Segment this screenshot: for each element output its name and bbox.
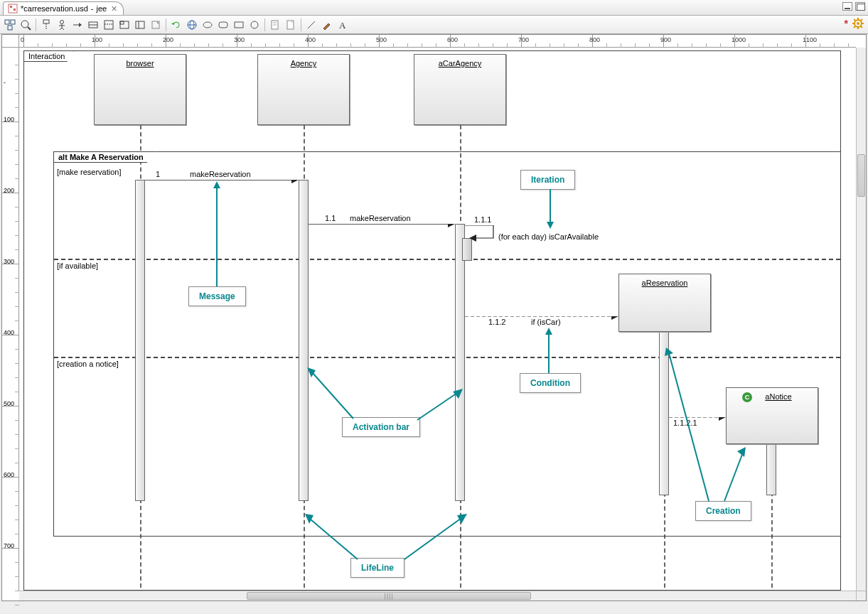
minimize-button[interactable] bbox=[842, 2, 852, 11]
svg-rect-1 bbox=[10, 6, 12, 8]
activation-acaragency[interactable] bbox=[455, 224, 465, 501]
actor-tool-icon[interactable] bbox=[55, 18, 69, 32]
svg-point-43 bbox=[857, 22, 859, 25]
svg-line-71 bbox=[669, 353, 709, 501]
page2-tool-icon[interactable] bbox=[284, 18, 298, 32]
svg-line-14 bbox=[62, 28, 64, 30]
lifeline-tool-icon[interactable] bbox=[39, 18, 53, 32]
circle-tool-icon[interactable] bbox=[247, 18, 262, 32]
alt-divider bbox=[54, 357, 840, 358]
callout-arrow-activation-2 bbox=[417, 389, 467, 424]
guard-make-reservation: [make reservation] bbox=[57, 168, 121, 176]
scrollbar-thumb[interactable] bbox=[857, 154, 865, 197]
svg-rect-23 bbox=[136, 21, 144, 28]
toolbar-separator bbox=[301, 18, 301, 31]
svg-rect-4 bbox=[11, 20, 15, 24]
scrollbar-thumb[interactable]: |||| bbox=[247, 592, 531, 600]
rect-tool-icon[interactable] bbox=[232, 18, 246, 32]
activation-anotice[interactable] bbox=[766, 443, 776, 495]
message-1-1[interactable] bbox=[309, 224, 455, 235]
svg-rect-0 bbox=[9, 4, 17, 13]
zoom-tool-icon[interactable] bbox=[18, 18, 33, 32]
page-tool-icon[interactable] bbox=[268, 18, 282, 32]
text-tool-icon[interactable]: A bbox=[336, 18, 350, 32]
participant-anotice[interactable]: C aNotice bbox=[726, 387, 818, 444]
diagram-toolbar: A * bbox=[0, 16, 868, 34]
activation-agency[interactable] bbox=[299, 180, 309, 501]
note-tool-icon[interactable] bbox=[149, 18, 163, 32]
maximize-button[interactable] bbox=[855, 2, 865, 11]
toolbar-separator bbox=[264, 18, 265, 31]
message-tool-icon[interactable] bbox=[70, 18, 85, 32]
callout-message: Message bbox=[188, 286, 246, 306]
brush-tool-icon[interactable] bbox=[320, 18, 334, 32]
message-1-text: makeReservation bbox=[190, 170, 251, 178]
svg-rect-32 bbox=[219, 22, 227, 28]
layout-tool-icon[interactable] bbox=[3, 18, 17, 32]
return-tool-icon[interactable] bbox=[86, 18, 100, 32]
svg-line-49 bbox=[861, 26, 862, 28]
svg-marker-78 bbox=[457, 514, 467, 524]
message-1-1-1-num: 1.1.1 bbox=[474, 215, 491, 224]
alt-fragment-label: alt Make A Reservation bbox=[53, 151, 156, 163]
alt-divider bbox=[54, 259, 840, 260]
svg-line-48 bbox=[854, 19, 855, 21]
activation-browser[interactable] bbox=[135, 180, 145, 501]
callout-arrow-activation-1 bbox=[307, 367, 357, 424]
svg-line-73 bbox=[724, 453, 743, 501]
svg-point-34 bbox=[251, 21, 258, 28]
svg-rect-8 bbox=[43, 20, 49, 23]
svg-marker-27 bbox=[171, 23, 175, 25]
horizontal-scrollbar[interactable]: |||| bbox=[19, 591, 856, 600]
globe-tool-icon[interactable] bbox=[185, 18, 199, 32]
participant-label: aReservation bbox=[642, 279, 688, 287]
participant-label: browser bbox=[126, 59, 154, 68]
svg-text:A: A bbox=[339, 20, 346, 31]
participant-agency[interactable]: Agency bbox=[257, 54, 350, 125]
guard-creation-notice: [creation a notice] bbox=[57, 360, 119, 368]
settings-icon[interactable] bbox=[852, 18, 864, 29]
svg-marker-62 bbox=[547, 222, 554, 229]
refresh-tool-icon[interactable] bbox=[169, 18, 183, 32]
ruler-corner bbox=[2, 35, 19, 48]
svg-rect-5 bbox=[8, 26, 12, 30]
message-1-1-text: makeReservation bbox=[350, 214, 411, 222]
svg-marker-76 bbox=[305, 514, 314, 524]
close-icon[interactable]: ✕ bbox=[111, 4, 117, 14]
participant-areservation[interactable]: aReservation bbox=[618, 274, 711, 332]
svg-line-75 bbox=[311, 519, 358, 559]
frame-tool-icon[interactable] bbox=[133, 18, 147, 32]
svg-point-10 bbox=[60, 20, 64, 23]
vertical-scrollbar[interactable] bbox=[856, 48, 866, 591]
callout-arrow-creation-2 bbox=[722, 447, 750, 505]
svg-marker-58 bbox=[611, 316, 618, 320]
svg-line-51 bbox=[854, 26, 855, 28]
diagram-canvas[interactable]: Interaction browser Agency aCarAgency al… bbox=[19, 48, 856, 591]
svg-rect-19 bbox=[105, 21, 113, 29]
rounded-rect-tool-icon[interactable] bbox=[216, 18, 230, 32]
svg-marker-56 bbox=[469, 235, 476, 242]
svg-marker-53 bbox=[291, 180, 299, 183]
participant-label: aCarAgency bbox=[439, 59, 482, 68]
callout-arrow-condition bbox=[542, 328, 556, 375]
editor-tab[interactable]: *carreservation.usd - jee ✕ bbox=[3, 1, 124, 15]
svg-point-6 bbox=[21, 21, 28, 28]
line-tool-icon[interactable] bbox=[304, 18, 318, 32]
message-1-1-2-text: if (isCar) bbox=[531, 318, 561, 326]
svg-rect-22 bbox=[120, 21, 124, 24]
tab-title: *carreservation.usd bbox=[21, 4, 88, 13]
callout-arrow-lifeline-2 bbox=[404, 514, 468, 565]
dirty-indicator-icon: * bbox=[845, 18, 848, 29]
interaction-frame-label: Interaction bbox=[23, 50, 74, 62]
toolbar-separator bbox=[166, 18, 166, 31]
svg-line-13 bbox=[60, 28, 62, 30]
participant-browser[interactable]: browser bbox=[94, 54, 186, 125]
interaction-use-tool-icon[interactable] bbox=[117, 18, 132, 32]
svg-line-40 bbox=[308, 21, 315, 28]
horizontal-ruler: 010020030040050060070080090010001100 bbox=[19, 35, 856, 48]
participant-acaragency[interactable]: aCarAgency bbox=[414, 54, 506, 125]
toolbar-separator bbox=[36, 18, 36, 31]
svg-marker-16 bbox=[79, 23, 82, 27]
combined-fragment-tool-icon[interactable] bbox=[102, 18, 116, 32]
ellipse-tool-icon[interactable] bbox=[200, 18, 215, 32]
